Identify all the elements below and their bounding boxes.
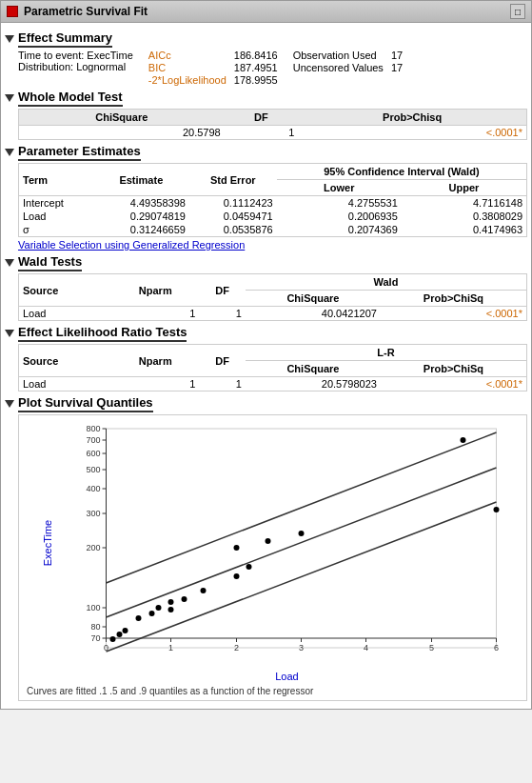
wt-source-0: Load — [19, 307, 111, 321]
data-point — [168, 607, 174, 612]
table-row: 20.5798 1 <.0001* — [19, 126, 526, 140]
pe-est-0: 4.49358398 — [93, 196, 189, 211]
lr-header: L-R — [246, 345, 526, 361]
x-axis-label: Load — [51, 671, 522, 682]
lr-source-0: Load — [19, 377, 111, 392]
data-point — [182, 596, 187, 602]
table-row: Intercept 4.49358398 0.1112423 4.2755531… — [19, 196, 526, 211]
data-point — [201, 588, 207, 593]
lr-prob-0: <.0001* — [381, 377, 526, 392]
effect-lr-table-wrapper: Source Nparm DF L-R ChiSquare Prob>ChiSq… — [18, 344, 527, 392]
data-point — [149, 611, 155, 616]
effect-lr-content: Source Nparm DF L-R ChiSquare Prob>ChiSq… — [18, 344, 527, 392]
wt-source-col: Source — [19, 274, 111, 307]
svg-text:300: 300 — [86, 509, 100, 518]
variable-selection-link[interactable]: Variable Selection using Generalized Reg… — [18, 239, 245, 251]
svg-text:400: 400 — [86, 484, 100, 493]
obs-used-value: 17 — [391, 50, 403, 61]
param-est-content: Term Estimate Std Error 95% Confidence I… — [18, 163, 527, 251]
obs-used-label: Observation Used — [293, 50, 384, 61]
svg-text:2: 2 — [234, 643, 239, 652]
effect-lr-table: Source Nparm DF L-R ChiSquare Prob>ChiSq… — [19, 345, 526, 391]
whole-model-table: ChiSquare DF Prob>Chisq 20.5798 1 <.0001… — [19, 110, 526, 139]
svg-rect-0 — [107, 429, 497, 648]
lr-nparm-col: Nparm — [111, 345, 199, 377]
col-term: Term — [19, 164, 93, 196]
plot-header: Plot Survival Quantiles — [5, 395, 527, 412]
wald-tests-content: Source Nparm DF Wald ChiSquare Prob>ChiS… — [18, 273, 527, 321]
uncensored-label: Uncensored Values — [293, 62, 384, 73]
wt-chisq-0: 40.0421207 — [246, 307, 381, 321]
lr-df-0: 1 — [199, 377, 246, 392]
window-icon — [7, 6, 18, 17]
data-point — [234, 573, 240, 579]
data-point — [461, 437, 466, 443]
data-point — [136, 615, 142, 621]
wt-nparm-0: 1 — [111, 307, 199, 321]
pe-est-1: 0.29074819 — [93, 210, 189, 223]
svg-text:100: 100 — [86, 603, 100, 612]
main-content: Effect Summary Time to event: ExecTime D… — [1, 23, 531, 709]
table-row: σ 0.31246659 0.0535876 0.2074369 0.41749… — [19, 223, 526, 236]
col-chisq: ChiSquare — [19, 110, 225, 126]
uncensored-value: 17 — [391, 62, 403, 73]
loglik-value: 178.9955 — [234, 74, 278, 86]
effect-lr-title: Effect Likelihood Ratio Tests — [18, 325, 187, 342]
svg-text:6: 6 — [494, 643, 499, 652]
whole-model-toggle[interactable] — [5, 94, 14, 102]
effect-lr-toggle[interactable] — [5, 330, 14, 337]
data-point — [299, 531, 305, 536]
wt-df-0: 1 — [199, 307, 246, 321]
lr-source-col: Source — [19, 345, 111, 377]
conf-interval-header: 95% Confidence Interval (Wald) — [277, 164, 526, 180]
data-point — [156, 605, 162, 611]
svg-text:70: 70 — [90, 633, 100, 643]
data-point — [246, 564, 252, 570]
svg-text:700: 700 — [86, 435, 100, 445]
wt-prob-col: Prob>ChiSq — [381, 291, 526, 307]
effect-summary-title: Effect Summary — [18, 30, 112, 48]
pe-se-1: 0.0459471 — [189, 210, 277, 223]
plot-footnote: Curves are fitted .1 .5 and .9 quantiles… — [27, 686, 522, 696]
main-window: Parametric Survival Fit □ Effect Summary… — [0, 0, 532, 710]
param-est-table: Term Estimate Std Error 95% Confidence I… — [19, 164, 526, 236]
table-row: Load 1 1 40.0421207 <.0001* — [19, 307, 526, 321]
wm-df: 1 — [225, 126, 299, 140]
wt-df-col: DF — [199, 274, 246, 307]
bic-value: 187.4951 — [234, 62, 278, 73]
lr-chisq-0: 20.5798023 — [246, 377, 381, 392]
aicc-label: AICc — [148, 50, 227, 61]
svg-text:200: 200 — [86, 543, 100, 552]
pe-up-1: 0.3808029 — [402, 210, 526, 223]
wt-prob-0: <.0001* — [381, 307, 526, 321]
svg-text:80: 80 — [90, 622, 100, 632]
data-point — [234, 545, 240, 551]
data-point — [117, 632, 123, 637]
data-point — [266, 538, 271, 544]
whole-model-content: ChiSquare DF Prob>Chisq 20.5798 1 <.0001… — [18, 109, 527, 140]
aicc-grid: AICc 186.8416 BIC 187.4951 -2*LogLikelih… — [148, 50, 278, 86]
pe-up-0: 4.7116148 — [402, 196, 526, 211]
effect-summary-header: Effect Summary — [5, 30, 527, 48]
col-prob: Prob>Chisq — [298, 110, 526, 126]
pe-up-2: 0.4174963 — [402, 223, 526, 236]
pe-se-0: 0.1112423 — [189, 196, 277, 211]
data-point — [110, 636, 116, 642]
maximize-button[interactable]: □ — [510, 4, 525, 19]
wald-tests-toggle[interactable] — [5, 259, 14, 267]
effect-lr-header: Effect Likelihood Ratio Tests — [5, 325, 527, 342]
plot-toggle[interactable] — [5, 400, 14, 408]
param-est-header: Parameter Estimates — [5, 144, 527, 161]
pe-se-2: 0.0535876 — [189, 223, 277, 236]
svg-text:1: 1 — [168, 643, 173, 652]
svg-text:5: 5 — [429, 643, 434, 652]
whole-model-header: Whole Model Test — [5, 90, 527, 107]
bic-label: BIC — [148, 62, 227, 73]
chart-area: ExecTime 70 — [18, 414, 527, 701]
col-lower: Lower — [277, 180, 402, 196]
param-est-toggle[interactable] — [5, 149, 14, 156]
effect-summary-toggle[interactable] — [5, 35, 14, 43]
param-est-table-wrapper: Term Estimate Std Error 95% Confidence I… — [18, 163, 527, 237]
title-bar: Parametric Survival Fit □ — [1, 1, 531, 23]
lr-chisq-col: ChiSquare — [246, 361, 381, 377]
